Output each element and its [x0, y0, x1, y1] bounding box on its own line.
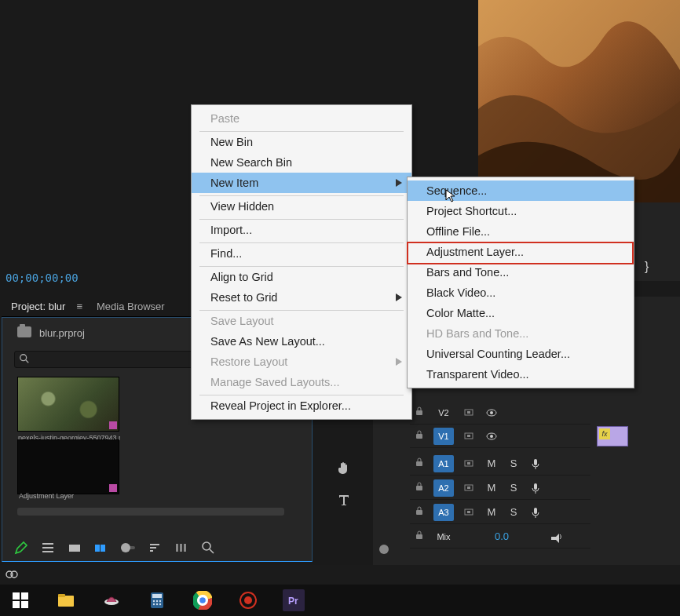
- tab-project[interactable]: Project: blur: [11, 301, 65, 312]
- menu-new-search-bin[interactable]: New Search Bin: [192, 152, 411, 173]
- sort-icon[interactable]: [148, 541, 162, 555]
- svg-point-49: [156, 603, 158, 605]
- menu-align-grid[interactable]: Align to Grid: [192, 264, 411, 287]
- type-tool-icon[interactable]: [336, 492, 352, 510]
- svg-rect-37: [21, 592, 28, 600]
- voiceover-icon[interactable]: [529, 457, 542, 470]
- start-icon[interactable]: [9, 589, 31, 611]
- sync-lock-icon[interactable]: [463, 457, 476, 470]
- project-thumbnail-adjustment[interactable]: [17, 439, 119, 494]
- svg-rect-11: [416, 410, 422, 415]
- timeline-clip[interactable]: fx: [597, 426, 628, 447]
- icon-view-icon[interactable]: [68, 541, 82, 555]
- svg-point-48: [153, 603, 155, 605]
- app-icon[interactable]: [101, 589, 122, 611]
- output-icon[interactable]: [550, 530, 562, 543]
- mute-button[interactable]: M: [485, 506, 498, 519]
- solo-button[interactable]: S: [507, 482, 520, 494]
- cc-icon[interactable]: [5, 567, 19, 583]
- menu-find[interactable]: Find...: [192, 240, 411, 264]
- menu-view-hidden[interactable]: View Hidden: [192, 193, 411, 217]
- menu-reset-grid[interactable]: Reset to Grid: [192, 287, 411, 308]
- submenu-project-shortcut[interactable]: Project Shortcut...: [408, 201, 634, 221]
- lock-icon[interactable]: [415, 506, 424, 518]
- sync-lock-icon[interactable]: [463, 430, 476, 443]
- solo-button[interactable]: S: [507, 506, 520, 519]
- submenu-bars-tone[interactable]: Bars and Tone...: [408, 262, 634, 282]
- submenu-offline-file[interactable]: Offline File...: [408, 221, 634, 242]
- lock-icon[interactable]: [415, 457, 424, 469]
- pencil-icon[interactable]: [14, 541, 28, 555]
- mute-button[interactable]: M: [485, 482, 498, 494]
- tab-media-browser[interactable]: Media Browser: [97, 301, 165, 312]
- windows-taskbar: Pr: [0, 585, 680, 616]
- list-view-icon[interactable]: [41, 541, 55, 555]
- voiceover-icon[interactable]: [529, 506, 542, 519]
- lock-icon[interactable]: [415, 482, 424, 494]
- tab-menu-icon[interactable]: ≡: [76, 301, 82, 312]
- track-label[interactable]: A2: [433, 479, 454, 497]
- menu-import[interactable]: Import...: [192, 217, 411, 240]
- mute-button[interactable]: M: [485, 457, 498, 470]
- track-label[interactable]: V2: [433, 404, 454, 421]
- timeline-handle-icon[interactable]: }: [645, 260, 649, 274]
- lock-icon[interactable]: [415, 430, 424, 442]
- svg-rect-29: [416, 510, 422, 515]
- sync-lock-icon[interactable]: [463, 506, 476, 519]
- calculator-icon[interactable]: [146, 589, 168, 611]
- svg-rect-40: [58, 596, 74, 607]
- svg-rect-25: [416, 486, 422, 490]
- svg-text:Pr: Pr: [288, 596, 298, 607]
- menu-new-item-label: New Item: [210, 177, 258, 189]
- submenu-sequence[interactable]: Sequence...: [408, 180, 634, 201]
- project-thumbnail-video[interactable]: pexels-justin-georgiev-5507943.mp4: [17, 377, 119, 432]
- track-label[interactable]: V1: [433, 428, 454, 445]
- submenu-arrow-icon: [396, 177, 402, 189]
- eye-icon[interactable]: [485, 406, 498, 419]
- svg-rect-36: [13, 592, 20, 600]
- svg-point-1: [20, 355, 27, 361]
- track-header-mix: Mix 0.0: [410, 525, 590, 549]
- track-label[interactable]: Mix: [433, 528, 454, 545]
- submenu-black-video[interactable]: Black Video...: [408, 282, 634, 303]
- svg-rect-8: [184, 544, 186, 552]
- lock-icon[interactable]: [415, 406, 424, 418]
- menu-paste: Paste: [192, 108, 411, 129]
- menu-save-as-layout[interactable]: Save As New Layout...: [192, 331, 411, 352]
- chrome-icon[interactable]: [192, 589, 214, 611]
- submenu-transparent-video[interactable]: Transparent Video...: [408, 364, 634, 385]
- mix-value[interactable]: 0.0: [495, 530, 509, 542]
- context-submenu-new-item: Sequence... Project Shortcut... Offline …: [407, 177, 634, 388]
- track-label[interactable]: A3: [433, 504, 454, 521]
- menu-new-bin[interactable]: New Bin: [192, 129, 411, 152]
- hand-tool-icon[interactable]: [336, 460, 352, 478]
- submenu-adjustment-layer[interactable]: Adjustment Layer...: [408, 242, 634, 262]
- premiere-icon[interactable]: Pr: [283, 589, 305, 611]
- menu-new-item[interactable]: New Item: [192, 173, 411, 193]
- solo-button[interactable]: S: [507, 457, 520, 470]
- submenu-arrow-icon: [396, 355, 402, 368]
- submenu-ucl[interactable]: Universal Counting Leader...: [408, 344, 634, 364]
- timeline-zoom-handle[interactable]: [379, 545, 389, 554]
- sync-lock-icon[interactable]: [463, 482, 476, 494]
- svg-rect-27: [467, 487, 470, 489]
- eye-icon[interactable]: [485, 430, 498, 443]
- find-icon[interactable]: [201, 541, 215, 555]
- record-icon[interactable]: [237, 589, 259, 611]
- sync-lock-icon[interactable]: [463, 406, 476, 419]
- automate-icon[interactable]: [174, 541, 188, 555]
- zoom-slider[interactable]: [121, 541, 135, 555]
- track-label[interactable]: A1: [433, 455, 454, 472]
- voiceover-icon[interactable]: [529, 482, 542, 494]
- search-icon: [19, 353, 30, 364]
- freeform-view-icon[interactable]: [94, 541, 108, 555]
- svg-point-47: [159, 600, 161, 602]
- submenu-color-matte[interactable]: Color Matte...: [408, 303, 634, 323]
- svg-rect-7: [180, 544, 182, 552]
- file-explorer-icon[interactable]: [55, 589, 77, 611]
- menu-reveal-explorer[interactable]: Reveal Project in Explorer...: [192, 392, 411, 416]
- lock-icon[interactable]: [415, 530, 424, 542]
- source-timecode[interactable]: 00;00;00;00: [5, 272, 79, 284]
- svg-point-58: [244, 596, 252, 604]
- project-scrollbar[interactable]: [17, 508, 284, 516]
